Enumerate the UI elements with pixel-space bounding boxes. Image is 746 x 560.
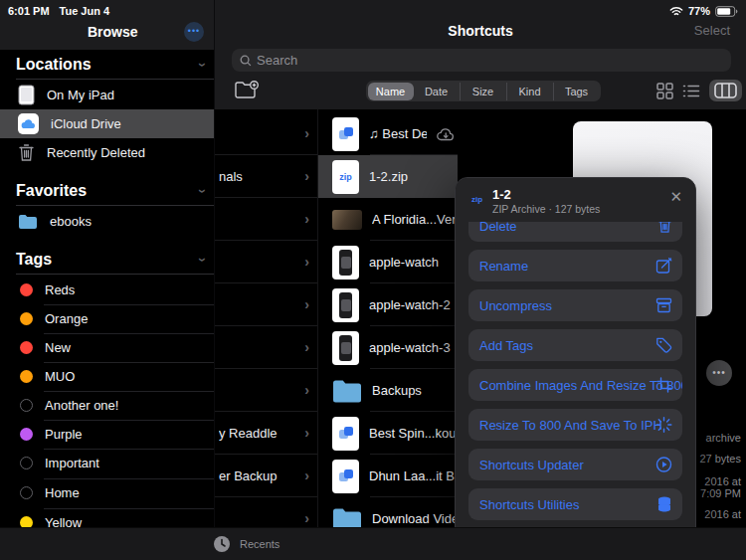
sort-kind[interactable]: Kind bbox=[506, 83, 553, 100]
recents-clock-icon bbox=[213, 535, 231, 553]
status-bar: 6:01 PM Tue Jun 4 77% bbox=[0, 0, 746, 22]
action-combine-images[interactable]: Combine Images And Resize To 800 x 1 bbox=[468, 369, 682, 401]
section-tags[interactable]: Tags › bbox=[16, 251, 206, 269]
sidebar-tag-new[interactable]: New bbox=[0, 333, 214, 362]
battery-percent: 77% bbox=[688, 5, 710, 17]
parent-row[interactable]: › bbox=[215, 283, 317, 326]
chevron-down-icon: › bbox=[196, 258, 212, 263]
list-view-icon[interactable] bbox=[682, 84, 700, 98]
file-row-backups[interactable]: Backups bbox=[318, 369, 458, 412]
popover-file-title: 1-2 bbox=[492, 187, 511, 202]
parent-row[interactable]: › bbox=[215, 198, 317, 241]
sort-name[interactable]: Name bbox=[368, 83, 414, 100]
tab-recents[interactable]: Recents bbox=[240, 538, 280, 550]
parent-row[interactable]: › bbox=[215, 241, 317, 283]
parent-row[interactable]: › bbox=[215, 112, 317, 155]
grid-view-icon[interactable] bbox=[656, 83, 673, 99]
divider bbox=[16, 79, 214, 80]
shortcut-file-icon bbox=[332, 417, 359, 451]
shortcut-file-icon bbox=[332, 460, 359, 493]
action-shortcuts-utilities[interactable]: Shortcuts Utilities bbox=[468, 488, 682, 520]
popover-header: zip 1-2 ZIP Archive · 127 bytes ✕ bbox=[456, 178, 695, 222]
battery-icon bbox=[715, 6, 738, 17]
watch-thumbnail bbox=[332, 331, 359, 365]
section-locations[interactable]: Locations › bbox=[16, 56, 206, 74]
tag-dot-purple-icon bbox=[20, 428, 33, 441]
tag-icon bbox=[655, 337, 672, 354]
sidebar-item-icloud-drive[interactable]: iCloud Drive bbox=[0, 109, 214, 138]
browse-more-button[interactable]: ••• bbox=[184, 22, 204, 42]
section-favorites[interactable]: Favorites › bbox=[16, 182, 206, 200]
browse-title: Browse bbox=[88, 24, 138, 40]
file-row-apple-watch[interactable]: apple-watch bbox=[318, 241, 458, 283]
tag-dot-hollow-icon bbox=[20, 486, 33, 499]
preview-more-button[interactable]: ••• bbox=[706, 360, 732, 386]
close-icon[interactable]: ✕ bbox=[669, 188, 682, 206]
cloud-download-icon[interactable] bbox=[437, 127, 456, 141]
select-button[interactable]: Select bbox=[694, 23, 730, 38]
file-actions-popover: Delete Rename Uncompress Add Tags Combin… bbox=[455, 177, 696, 560]
sidebar-item-recently-deleted[interactable]: Recently Deleted bbox=[0, 138, 214, 167]
file-row-1-2-zip[interactable]: zip 1-2.zip bbox=[318, 155, 458, 198]
zip-file-icon: zip bbox=[332, 160, 359, 194]
action-rename[interactable]: Rename bbox=[468, 250, 682, 281]
icloud-icon bbox=[18, 113, 39, 134]
sidebar-tag-important[interactable]: Important bbox=[0, 449, 214, 477]
view-toggles bbox=[656, 80, 742, 101]
tag-dot-hollow-icon bbox=[20, 399, 33, 412]
tag-dot-orange-icon bbox=[20, 370, 33, 383]
chevron-right-icon: › bbox=[304, 254, 309, 270]
sort-tags[interactable]: Tags bbox=[553, 83, 600, 100]
file-row-apple-watch-3[interactable]: apple-watch-3 bbox=[318, 326, 458, 369]
action-add-tags[interactable]: Add Tags bbox=[468, 329, 682, 361]
action-uncompress[interactable]: Uncompress bbox=[468, 289, 682, 321]
new-folder-icon[interactable] bbox=[235, 81, 259, 99]
sidebar-tag-another-one[interactable]: Another one! bbox=[0, 391, 214, 420]
tab-bar: Recents bbox=[0, 527, 746, 560]
folder-icon bbox=[18, 214, 38, 230]
action-resize-800[interactable]: Resize To 800 And Save To IPH bbox=[468, 409, 682, 441]
sidebar-tag-muo[interactable]: MUO bbox=[0, 362, 214, 391]
play-circle-icon bbox=[655, 457, 672, 473]
wifi-icon bbox=[669, 6, 683, 17]
chevron-right-icon: › bbox=[304, 211, 309, 227]
sidebar-item-on-my-ipad[interactable]: On My iPad bbox=[0, 81, 214, 109]
folder-icon bbox=[332, 379, 362, 403]
chevron-down-icon: › bbox=[196, 189, 212, 194]
file-row-best-spin[interactable]: Best Spin...kout bbox=[318, 412, 458, 455]
file-row-apple-watch-2[interactable]: apple-watch-2 bbox=[318, 283, 458, 326]
database-icon bbox=[656, 496, 672, 513]
watch-thumbnail bbox=[332, 288, 359, 322]
clock-time: 6:01 PM bbox=[8, 5, 50, 17]
chevron-right-icon: › bbox=[304, 168, 309, 184]
file-row-best-de[interactable]: ♫ Best De...Vol. #1 ♫ bbox=[318, 112, 458, 155]
sidebar-tag-purple[interactable]: Purple bbox=[0, 420, 214, 449]
sidebar-tag-orange[interactable]: Orange bbox=[0, 304, 214, 333]
sidebar-item-ebooks[interactable]: ebooks bbox=[0, 207, 214, 236]
parent-row[interactable]: nals› bbox=[215, 155, 317, 198]
sidebar-tag-home[interactable]: Home bbox=[0, 478, 214, 507]
search-placeholder: Search bbox=[257, 53, 297, 68]
chevron-right-icon: › bbox=[304, 510, 309, 526]
file-row-dhun-laa[interactable]: Dhun Laa...it Bha bbox=[318, 455, 458, 497]
parent-row[interactable]: y Readdle› bbox=[215, 412, 317, 455]
sidebar-tag-reds[interactable]: Reds bbox=[0, 276, 214, 304]
tag-dot-hollow-icon bbox=[20, 457, 33, 469]
action-shortcuts-updater[interactable]: Shortcuts Updater bbox=[468, 449, 682, 480]
parent-row[interactable]: er Backup› bbox=[215, 455, 317, 497]
chevron-right-icon: › bbox=[304, 467, 309, 483]
search-input[interactable]: Search bbox=[232, 49, 731, 72]
chevron-right-icon: › bbox=[304, 382, 309, 398]
chevron-right-icon: › bbox=[304, 425, 309, 441]
shortcut-file-icon bbox=[332, 117, 359, 151]
parent-row[interactable]: › bbox=[215, 369, 317, 412]
file-row-a-floridia[interactable]: A Floridia...Very bbox=[318, 198, 458, 241]
tag-dot-orange-icon bbox=[20, 312, 33, 325]
parent-row[interactable]: › bbox=[215, 326, 317, 369]
trash-icon bbox=[18, 143, 35, 162]
sort-date[interactable]: Date bbox=[414, 83, 460, 100]
columns-view-icon-selected[interactable] bbox=[709, 80, 742, 101]
sort-size[interactable]: Size bbox=[460, 83, 506, 100]
sort-segmented-control: Name Date Size Kind Tags bbox=[366, 81, 601, 101]
files-column: ♫ Best De...Vol. #1 ♫ zip 1-2.zip A Flor… bbox=[317, 109, 457, 560]
